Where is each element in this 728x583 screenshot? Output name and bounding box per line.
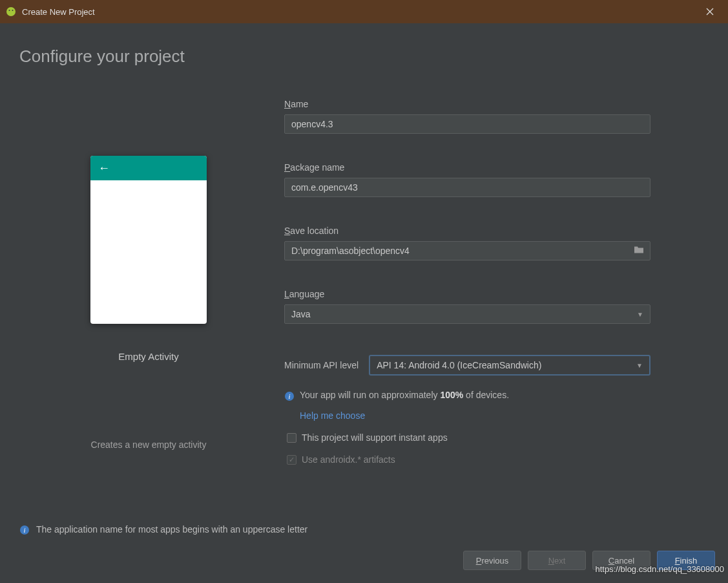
language-select[interactable]: Java ▼ [284,304,650,324]
language-label: Language [284,289,650,299]
svg-text:i: i [288,392,290,400]
name-label: Name [284,99,650,109]
info-icon: i [19,525,30,535]
template-name: Empty Activity [118,351,178,362]
androidx-checkbox [287,455,296,465]
chevron-down-icon: ▼ [636,362,643,369]
package-label: Package name [284,162,650,173]
svg-point-0 [6,7,16,16]
svg-point-2 [12,10,14,11]
api-info-text: Your app will run on approximately 100% … [300,390,509,400]
validation-info: i The application name for most apps beg… [0,524,728,543]
save-location-input[interactable] [284,241,650,260]
window-close-button[interactable] [697,0,723,23]
androidx-label: Use androidx.* artifacts [302,454,395,465]
close-icon [706,8,714,16]
window-body: Configure your project ← Empty Activity … [0,23,728,583]
previous-button[interactable]: Previous [463,551,521,570]
window-title: Create New Project [22,7,95,17]
svg-text:i: i [23,526,25,534]
template-preview: ← [90,156,207,324]
browse-folder-button[interactable] [634,246,644,257]
template-description: Creates a new empty activity [91,440,207,450]
svg-point-1 [9,10,10,11]
help-me-choose-link[interactable]: Help me choose [300,410,650,421]
chevron-down-icon: ▼ [637,311,643,318]
form-column: Name Package name Save location Language… [284,91,715,524]
save-location-label: Save location [284,226,650,236]
next-button: Next [528,551,586,570]
min-api-label: Minimum API level [284,360,359,370]
instant-apps-checkbox[interactable] [287,433,296,443]
page-heading: Configure your project [0,23,728,72]
button-bar: Previous Next Cancel Finish [0,543,728,583]
watermark-text: https://blog.csdn.net/qq_33608000 [596,564,725,574]
language-value: Java [291,309,311,319]
instant-apps-label: This project will support instant apps [302,432,448,443]
package-name-input[interactable] [284,178,650,197]
android-studio-icon [5,6,17,17]
main-area: ← Empty Activity Creates a new empty act… [0,72,728,524]
titlebar: Create New Project [0,0,728,23]
validation-text: The application name for most apps begin… [36,524,307,535]
back-arrow-icon: ← [98,162,110,175]
min-api-value: API 14: Android 4.0 (IceCreamSandwich) [377,360,541,370]
info-icon: i [284,391,295,401]
api-info-row: i Your app will run on approximately 100… [284,390,650,401]
preview-appbar: ← [90,156,207,180]
min-api-select[interactable]: API 14: Android 4.0 (IceCreamSandwich) ▼ [369,355,650,376]
project-name-input[interactable] [284,114,650,134]
folder-icon [634,246,644,255]
preview-column: ← Empty Activity Creates a new empty act… [13,91,284,524]
